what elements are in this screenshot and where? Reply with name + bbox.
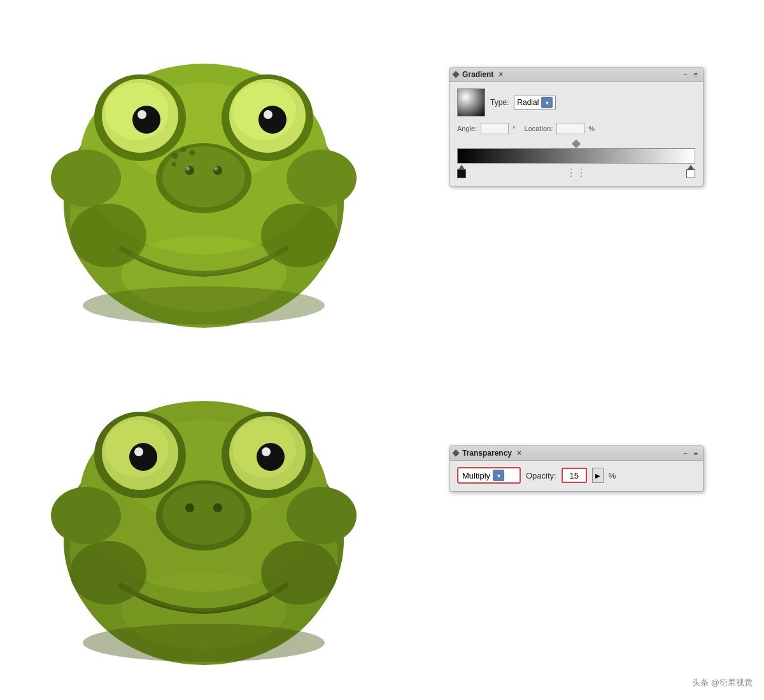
transparency-menu-btn[interactable]: ≡ (693, 450, 699, 457)
svg-point-53 (83, 624, 325, 662)
svg-point-25 (172, 162, 176, 167)
blend-mode-dropdown[interactable]: Multiply ▾ (457, 467, 521, 484)
gradient-bar[interactable] (457, 148, 695, 164)
diamond-icon-2 (452, 449, 459, 456)
svg-point-49 (213, 503, 222, 512)
svg-point-23 (181, 147, 186, 152)
svg-point-45 (262, 447, 271, 456)
angle-input[interactable] (481, 123, 509, 134)
angle-label: Angle: (457, 125, 477, 132)
location-unit: % (588, 125, 595, 132)
dots-icon: ⋮⋮ (566, 168, 586, 178)
svg-point-39 (129, 443, 157, 471)
svg-point-29 (83, 286, 325, 325)
gradient-stop-left[interactable] (457, 165, 466, 178)
svg-point-21 (214, 167, 218, 171)
svg-point-20 (186, 167, 190, 171)
stop-arrow-left (458, 165, 465, 169)
gradient-close-icon[interactable]: × (499, 70, 503, 79)
svg-point-15 (264, 110, 272, 119)
gradient-title: Gradient (462, 70, 493, 79)
frog-top (38, 19, 369, 333)
svg-point-3 (51, 150, 121, 207)
svg-point-52 (261, 541, 337, 605)
svg-point-40 (134, 447, 143, 456)
svg-point-4 (286, 150, 357, 207)
svg-point-9 (132, 106, 160, 134)
svg-point-28 (261, 204, 337, 267)
type-value: Radial (517, 98, 539, 107)
svg-point-34 (286, 487, 357, 544)
gradient-stop-right[interactable] (686, 165, 695, 178)
percent-sign: % (609, 471, 616, 480)
gradient-slider-area: ⋮⋮ (457, 141, 695, 178)
svg-point-27 (70, 204, 146, 267)
svg-point-10 (138, 110, 146, 119)
watermark: 头条 @衍果视觉 (692, 677, 753, 689)
svg-point-24 (190, 150, 195, 156)
opacity-step-btn[interactable]: ▶ (592, 468, 604, 483)
svg-point-33 (51, 487, 121, 544)
gradient-titlebar: Gradient × − ≡ (449, 67, 703, 82)
gradient-panel: Gradient × − ≡ Type: Radial ▾ Angle: ° L… (449, 67, 704, 186)
blend-dropdown-arrow[interactable]: ▾ (493, 470, 504, 481)
opacity-input[interactable] (562, 468, 587, 483)
blend-mode-value: Multiply (462, 471, 490, 480)
stop-square-white (686, 169, 695, 178)
transparency-title: Transparency (462, 449, 512, 458)
gradient-preview (457, 88, 485, 116)
location-input[interactable] (556, 123, 584, 134)
stop-square-black (457, 169, 466, 178)
frog-bottom (38, 356, 369, 671)
angle-unit: ° (513, 125, 515, 132)
transparency-titlebar: Transparency × − ≡ (449, 446, 703, 461)
location-label: Location: (525, 125, 553, 132)
svg-point-47 (162, 484, 245, 545)
diamond-icon (452, 71, 459, 78)
svg-point-44 (257, 443, 285, 471)
svg-point-14 (258, 106, 286, 134)
gradient-menu-btn[interactable]: ≡ (693, 71, 699, 78)
stop-arrow-right (688, 165, 694, 169)
transparency-minimize-btn[interactable]: − (682, 450, 688, 457)
transparency-panel: Transparency × − ≡ Multiply ▾ Opacity: ▶… (449, 445, 704, 492)
svg-point-48 (185, 503, 194, 512)
gradient-midpoint-handle[interactable] (572, 139, 581, 148)
type-dropdown-arrow[interactable]: ▾ (541, 97, 553, 108)
type-dropdown[interactable]: Radial ▾ (514, 95, 556, 110)
opacity-label: Opacity: (526, 471, 556, 480)
svg-point-51 (70, 541, 146, 605)
gradient-minimize-btn[interactable]: − (682, 71, 688, 78)
type-label: Type: (490, 98, 509, 107)
svg-point-22 (172, 153, 178, 159)
transparency-close-icon[interactable]: × (517, 449, 521, 458)
